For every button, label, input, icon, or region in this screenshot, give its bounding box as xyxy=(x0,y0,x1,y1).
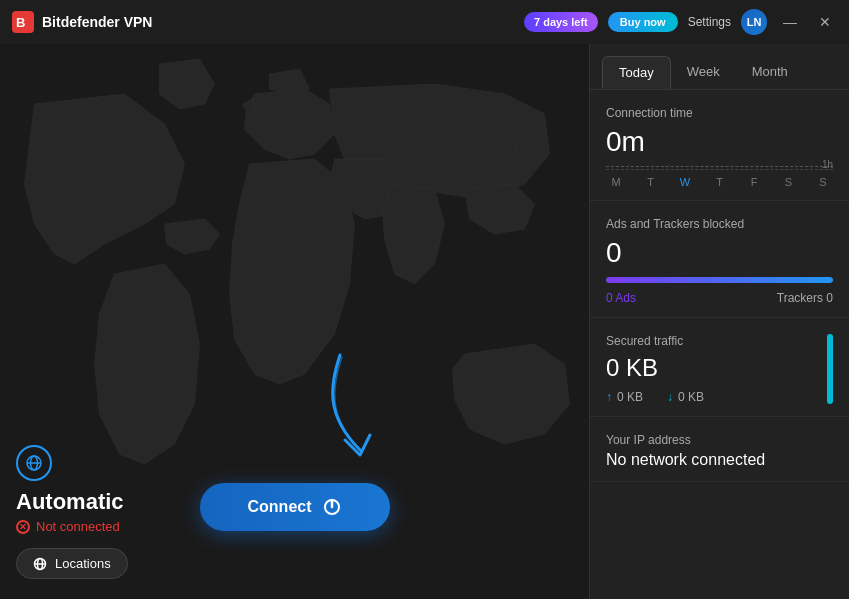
day-T1: T xyxy=(641,176,661,188)
upload-item: ↑ 0 KB xyxy=(606,390,643,404)
connection-status-text: Not connected xyxy=(36,519,120,534)
close-button[interactable]: ✕ xyxy=(813,14,837,30)
day-S2: S xyxy=(813,176,833,188)
chart-max-label: 1h xyxy=(822,159,833,170)
map-area: Connect Automatic ✕ Not connected xyxy=(0,44,589,599)
locations-button[interactable]: Locations xyxy=(16,548,128,579)
progress-bar-fill xyxy=(606,277,833,283)
main-content: Connect Automatic ✕ Not connected xyxy=(0,44,849,599)
not-connected-icon: ✕ xyxy=(16,520,30,534)
auto-location-label: Automatic xyxy=(16,489,128,515)
stats-content: Connection time 0m 1h M T W T F S S xyxy=(590,90,849,599)
app-title: Bitdefender VPN xyxy=(42,14,152,30)
ads-trackers-section: Ads and Trackers blocked 0 0 Ads Tracker… xyxy=(590,201,849,318)
right-panel: Today Week Month Connection time 0m 1h M… xyxy=(589,44,849,599)
location-icon-big xyxy=(16,445,52,481)
app-logo: B Bitdefender VPN xyxy=(12,11,152,33)
download-item: ↓ 0 KB xyxy=(667,390,704,404)
day-labels: M T W T F S S xyxy=(606,176,833,188)
upload-value: 0 KB xyxy=(617,390,643,404)
trial-badge: 7 days left xyxy=(524,12,598,32)
connect-button[interactable]: Connect xyxy=(200,483,390,531)
globe-icon xyxy=(25,454,43,472)
bitdefender-logo-icon: B xyxy=(12,11,34,33)
secured-traffic-section: Secured traffic 0 KB ↑ 0 KB ↓ 0 KB xyxy=(590,318,849,417)
buy-now-button[interactable]: Buy now xyxy=(608,12,678,32)
ip-address-section: Your IP address No network connected xyxy=(590,417,849,482)
day-M: M xyxy=(606,176,626,188)
secured-traffic-label: Secured traffic xyxy=(606,334,817,348)
day-T2: T xyxy=(710,176,730,188)
ads-trackers-label: Ads and Trackers blocked xyxy=(606,217,833,231)
stats-tabs: Today Week Month xyxy=(590,44,849,90)
download-value: 0 KB xyxy=(678,390,704,404)
locations-label: Locations xyxy=(55,556,111,571)
ads-trackers-row: 0 Ads Trackers 0 xyxy=(606,291,833,305)
day-F: F xyxy=(744,176,764,188)
secured-data: Secured traffic 0 KB ↑ 0 KB ↓ 0 KB xyxy=(606,334,817,404)
day-W: W xyxy=(675,176,695,188)
user-avatar[interactable]: LN xyxy=(741,9,767,35)
traffic-sub-row: ↑ 0 KB ↓ 0 KB xyxy=(606,390,817,404)
chart-line-mid xyxy=(606,169,833,170)
ads-trackers-value: 0 xyxy=(606,237,833,269)
tab-today[interactable]: Today xyxy=(602,56,671,89)
settings-button[interactable]: Settings xyxy=(688,15,731,29)
tab-week[interactable]: Week xyxy=(671,56,736,89)
tab-month[interactable]: Month xyxy=(736,56,804,89)
connect-arrow-annotation xyxy=(310,345,430,479)
download-arrow-icon: ↓ xyxy=(667,390,673,404)
connection-time-value: 0m xyxy=(606,126,833,158)
connect-label: Connect xyxy=(248,498,312,516)
ads-count: 0 Ads xyxy=(606,291,636,305)
connection-time-label: Connection time xyxy=(606,106,833,120)
title-bar-actions: 7 days left Buy now Settings LN — ✕ xyxy=(524,9,837,35)
day-S1: S xyxy=(779,176,799,188)
trackers-count: Trackers 0 xyxy=(777,291,833,305)
power-icon xyxy=(322,497,342,517)
secured-traffic-bar xyxy=(827,334,833,404)
secured-row: Secured traffic 0 KB ↑ 0 KB ↓ 0 KB xyxy=(606,334,833,404)
secured-traffic-value: 0 KB xyxy=(606,354,817,382)
svg-text:B: B xyxy=(16,15,25,30)
ip-value: No network connected xyxy=(606,451,833,469)
chart-line-top: 1h xyxy=(606,166,833,167)
upload-arrow-icon: ↑ xyxy=(606,390,612,404)
ads-progress-bar xyxy=(606,277,833,283)
ip-label: Your IP address xyxy=(606,433,833,447)
connection-time-section: Connection time 0m 1h M T W T F S S xyxy=(590,90,849,201)
minimize-button[interactable]: — xyxy=(777,14,803,30)
connection-info: Automatic ✕ Not connected Locations xyxy=(16,445,128,579)
locations-icon xyxy=(33,557,47,571)
connection-status: ✕ Not connected xyxy=(16,519,128,534)
time-chart: 1h xyxy=(606,166,833,170)
title-bar: B Bitdefender VPN 7 days left Buy now Se… xyxy=(0,0,849,44)
